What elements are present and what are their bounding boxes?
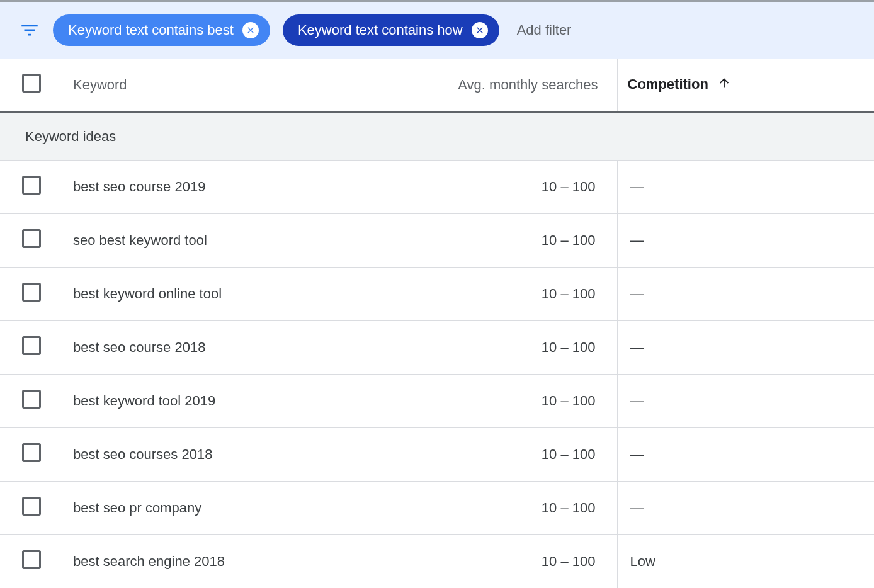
filter-chip-label: Keyword text contains best (68, 22, 234, 38)
row-checkbox-cell (0, 268, 63, 321)
row-checkbox[interactable] (22, 176, 41, 195)
row-checkbox-cell (0, 375, 63, 428)
select-all-header (0, 59, 63, 113)
row-checkbox-cell (0, 428, 63, 482)
filter-icon[interactable] (19, 20, 40, 41)
competition-cell: Low (617, 535, 874, 589)
column-header-competition[interactable]: Competition (617, 59, 874, 113)
keyword-cell: best keyword online tool (63, 268, 334, 321)
row-checkbox[interactable] (22, 229, 41, 248)
searches-cell: 10 – 100 (334, 321, 617, 375)
competition-label: Competition (628, 76, 708, 92)
close-icon[interactable] (472, 22, 488, 38)
filter-chip[interactable]: Keyword text contains how (283, 14, 499, 46)
searches-cell: 10 – 100 (334, 161, 617, 214)
select-all-checkbox[interactable] (22, 74, 41, 93)
row-checkbox[interactable] (22, 390, 41, 409)
column-header-keyword[interactable]: Keyword (63, 59, 334, 113)
filter-bar: Keyword text contains best Keyword text … (0, 0, 874, 59)
table-row: best keyword online tool10 – 100— (0, 268, 874, 321)
section-header-row: Keyword ideas (0, 113, 874, 161)
row-checkbox[interactable] (22, 336, 41, 355)
table-row: best seo course 201810 – 100— (0, 321, 874, 375)
row-checkbox-cell (0, 214, 63, 268)
table-header-row: Keyword Avg. monthly searches Competitio… (0, 59, 874, 113)
row-checkbox-cell (0, 161, 63, 214)
competition-cell: — (617, 268, 874, 321)
row-checkbox[interactable] (22, 443, 41, 462)
table-row: seo best keyword tool10 – 100— (0, 214, 874, 268)
table-row: best seo pr company10 – 100— (0, 482, 874, 535)
keyword-cell: best seo course 2019 (63, 161, 334, 214)
searches-cell: 10 – 100 (334, 482, 617, 535)
row-checkbox-cell (0, 321, 63, 375)
table-row: best seo courses 201810 – 100— (0, 428, 874, 482)
keyword-cell: best seo course 2018 (63, 321, 334, 375)
row-checkbox[interactable] (22, 550, 41, 569)
keyword-cell: seo best keyword tool (63, 214, 334, 268)
column-header-searches[interactable]: Avg. monthly searches (334, 59, 617, 113)
searches-cell: 10 – 100 (334, 268, 617, 321)
add-filter-button[interactable]: Add filter (517, 22, 572, 38)
filter-chip-label: Keyword text contains how (298, 22, 463, 38)
table-row: best search engine 201810 – 100Low (0, 535, 874, 589)
table-row: best keyword tool 201910 – 100— (0, 375, 874, 428)
row-checkbox[interactable] (22, 283, 41, 302)
competition-cell: — (617, 161, 874, 214)
row-checkbox-cell (0, 535, 63, 589)
competition-cell: — (617, 482, 874, 535)
competition-cell: — (617, 214, 874, 268)
keyword-cell: best seo pr company (63, 482, 334, 535)
searches-cell: 10 – 100 (334, 214, 617, 268)
searches-cell: 10 – 100 (334, 535, 617, 589)
searches-cell: 10 – 100 (334, 428, 617, 482)
keyword-cell: best search engine 2018 (63, 535, 334, 589)
row-checkbox[interactable] (22, 497, 41, 516)
competition-cell: — (617, 321, 874, 375)
keyword-table: Keyword Avg. monthly searches Competitio… (0, 59, 874, 588)
filter-chip[interactable]: Keyword text contains best (53, 14, 270, 46)
keyword-cell: best keyword tool 2019 (63, 375, 334, 428)
sort-ascending-icon (717, 77, 731, 93)
searches-cell: 10 – 100 (334, 375, 617, 428)
close-icon[interactable] (242, 22, 259, 38)
section-title: Keyword ideas (0, 113, 874, 161)
row-checkbox-cell (0, 482, 63, 535)
table-row: best seo course 201910 – 100— (0, 161, 874, 214)
keyword-cell: best seo courses 2018 (63, 428, 334, 482)
competition-cell: — (617, 428, 874, 482)
competition-cell: — (617, 375, 874, 428)
